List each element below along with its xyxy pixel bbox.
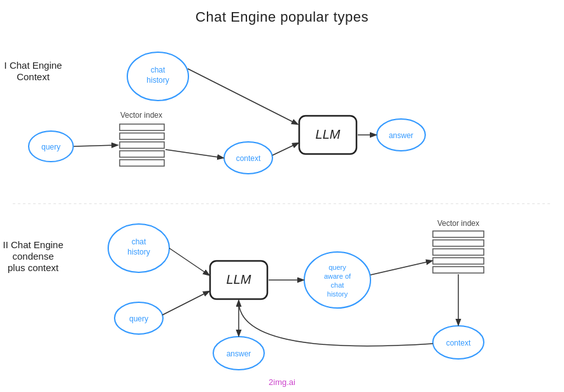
svg-text:query: query: [129, 314, 148, 323]
svg-point-11: [29, 131, 73, 162]
svg-point-14: [224, 142, 272, 174]
svg-text:query: query: [328, 263, 346, 271]
svg-line-20: [272, 143, 298, 155]
svg-text:chat: chat: [151, 66, 166, 74]
svg-text:history: history: [127, 248, 150, 256]
svg-point-37: [304, 252, 370, 308]
svg-rect-47: [433, 258, 484, 264]
svg-text:LLM: LLM: [316, 127, 341, 141]
svg-point-28: [108, 224, 169, 272]
svg-text:history: history: [146, 76, 169, 85]
svg-text:answer: answer: [227, 349, 251, 358]
svg-text:history: history: [327, 290, 348, 298]
svg-rect-46: [433, 249, 484, 255]
svg-text:II Chat Engine: II Chat Engine: [3, 239, 63, 250]
svg-rect-9: [120, 151, 164, 157]
svg-point-50: [433, 326, 484, 359]
svg-text:LLM: LLM: [227, 272, 251, 286]
svg-rect-6: [120, 124, 164, 130]
svg-line-13: [74, 145, 117, 146]
svg-rect-33: [210, 261, 267, 299]
svg-rect-7: [120, 133, 164, 139]
watermark: 2img.ai: [269, 377, 295, 387]
svg-text:Vector index: Vector index: [120, 111, 162, 120]
svg-text:Vector index: Vector index: [437, 219, 479, 228]
svg-text:chat: chat: [331, 281, 344, 289]
svg-point-53: [213, 337, 264, 370]
svg-line-19: [188, 69, 297, 124]
svg-text:context: context: [236, 154, 261, 163]
svg-text:query: query: [41, 143, 60, 151]
svg-rect-45: [433, 240, 484, 246]
svg-rect-44: [433, 231, 484, 237]
svg-text:answer: answer: [389, 131, 414, 140]
svg-line-16: [166, 150, 223, 158]
svg-rect-10: [120, 160, 164, 166]
svg-line-49: [370, 261, 432, 275]
svg-text:plus context: plus context: [8, 262, 59, 273]
svg-text:chat: chat: [132, 237, 146, 246]
svg-point-31: [115, 302, 163, 334]
svg-line-35: [169, 248, 209, 275]
page-title: Chat Engine popular types: [0, 0, 564, 25]
svg-text:condense: condense: [12, 251, 53, 262]
svg-text:context: context: [446, 339, 471, 347]
svg-point-21: [377, 119, 425, 151]
svg-rect-8: [120, 142, 164, 148]
svg-point-2: [127, 52, 188, 101]
svg-rect-48: [433, 267, 484, 273]
svg-text:Context: Context: [17, 71, 50, 82]
svg-rect-17: [299, 116, 356, 154]
svg-line-36: [162, 291, 209, 315]
svg-text:aware of: aware of: [324, 272, 351, 280]
svg-text:I Chat Engine: I Chat Engine: [4, 60, 62, 71]
